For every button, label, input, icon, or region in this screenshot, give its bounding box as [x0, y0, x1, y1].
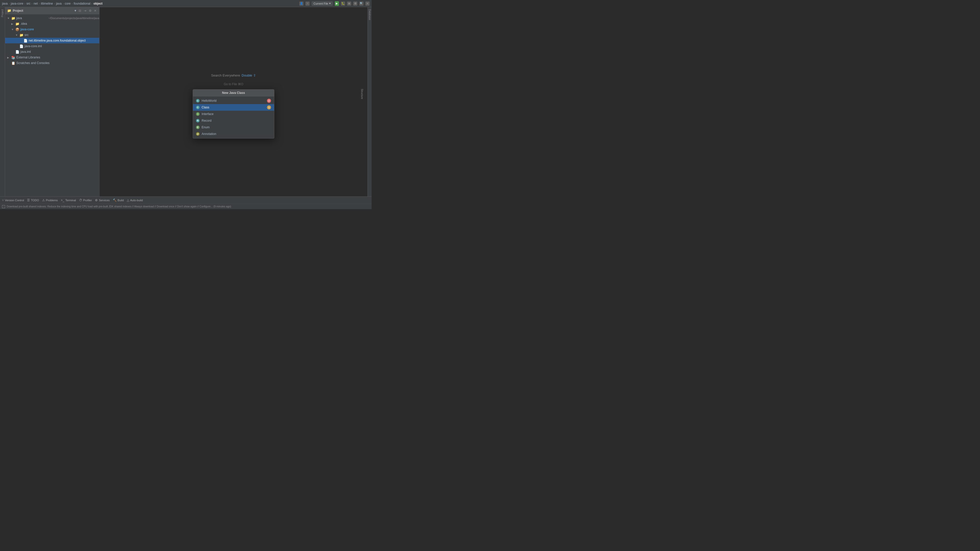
panel-dropdown-icon[interactable]: ▾ — [75, 9, 76, 13]
breadcrumb-java2[interactable]: java — [56, 2, 62, 5]
version-control-label: Version Control — [5, 199, 24, 202]
titlebar: java › java-core › src › net › ittimelin… — [0, 0, 372, 7]
dialog-item-enum[interactable]: E Enum — [193, 124, 274, 130]
expand-java-icon: ▼ — [7, 17, 10, 20]
breadcrumb-java-core[interactable]: java-core — [11, 2, 23, 5]
settings-icon[interactable]: ⚙ — [88, 9, 92, 13]
tree-item-scratches[interactable]: 📋 Scratches and Consoles — [5, 60, 99, 66]
scroll-to-source-btn[interactable]: ⇥ — [83, 9, 87, 13]
tree-label-src: src — [24, 33, 99, 37]
iml1-icon: 📄 — [19, 44, 24, 48]
folder-src-icon: 📁 — [19, 33, 24, 37]
search-btn[interactable]: 🔍 — [360, 2, 363, 6]
tree-label-java-core: java-core — [21, 27, 99, 31]
status-icon: i — [2, 205, 5, 208]
structure-panel-label[interactable]: Structure — [361, 89, 363, 99]
current-file-label: Current File — [313, 2, 328, 5]
expand-src-icon: ▼ — [15, 34, 18, 37]
project-panel-header: 📁 Project ▾ ⊟ ⇥ ⚙ ✕ — [5, 7, 99, 14]
breadcrumb-object[interactable]: object — [94, 2, 102, 5]
dialog-item-record[interactable]: R Record — [193, 118, 274, 124]
file-icon: 📄 — [24, 39, 27, 43]
tree-item-java-iml[interactable]: 📄 java.iml — [5, 49, 99, 55]
current-file-btn[interactable]: Current File ▾ — [312, 1, 333, 6]
services-tab[interactable]: ⚙ Services — [95, 198, 110, 202]
version-control-icon: ⑂ — [2, 198, 4, 202]
goto-file-hint: Go to File ⌘O — [224, 83, 243, 86]
close-panel-btn[interactable]: ✕ — [93, 9, 97, 13]
module-java-core-icon: 📦 — [15, 27, 19, 32]
search-everywhere-label: Search Everywhere — [211, 73, 240, 77]
todo-label: TODO — [31, 199, 39, 202]
tree-item-java[interactable]: ▼ 📁 java ~/Documents/projects/java/ittim… — [5, 15, 99, 21]
auto-build-tab[interactable]: △ Auto-build — [127, 198, 143, 202]
terminal-icon: >_ — [61, 198, 64, 202]
record-label: Record — [202, 119, 212, 122]
tree-item-net-file[interactable]: 📄 net.ittimeline.java.core.foundational.… — [5, 38, 99, 43]
chevron-icon: ▾ — [329, 2, 331, 5]
dialog-item-list: C HelloWorld 2 C Class 1 I Interface — [193, 97, 274, 138]
ext-libs-icon: 📚 — [11, 56, 15, 59]
project-panel: 📁 Project ▾ ⊟ ⇥ ⚙ ✕ ▼ 📁 java ~/Documents… — [5, 7, 100, 197]
build-label: Build — [118, 199, 124, 202]
tree-item-ext-libs[interactable]: ▶ 📚 External Libraries — [5, 55, 99, 60]
dialog-item-class[interactable]: C Class 1 — [193, 104, 274, 111]
tree-item-src[interactable]: ▼ 📁 src — [5, 32, 99, 38]
helloworld-label: HelloWorld — [202, 99, 216, 103]
version-control-tab[interactable]: ⑂ Version Control — [2, 198, 24, 202]
project-sidebar-tab[interactable]: Project — [1, 9, 4, 17]
breadcrumb-src[interactable]: src — [26, 2, 30, 5]
search-everywhere-hint: Search Everywhere Double ⇧ — [211, 73, 256, 77]
breadcrumb-java[interactable]: java — [2, 2, 8, 5]
coverage-btn[interactable]: ⊕ — [347, 2, 351, 6]
tree-item-java-core-iml[interactable]: 📄 java-core.iml — [5, 43, 99, 49]
folder-idea-icon: 📁 — [15, 22, 19, 26]
debug-btn[interactable]: 🐛 — [341, 2, 345, 6]
enum-label: Enum — [202, 125, 210, 129]
auto-build-icon: △ — [127, 198, 129, 202]
breadcrumb-foundational[interactable]: foundational — [74, 2, 90, 5]
scratches-icon: 📋 — [11, 61, 15, 65]
helloworld-badge: 2 — [267, 99, 271, 103]
vcs-btn[interactable]: ⑂ — [305, 2, 310, 6]
breadcrumb-core[interactable]: core — [65, 2, 70, 5]
right-sidebar-strip: Database — [368, 7, 372, 197]
tree-label-java: java — [16, 16, 47, 20]
project-panel-title: Project — [13, 9, 73, 13]
class-badge: 1 — [267, 105, 271, 110]
preferences-btn[interactable]: ≡ — [366, 2, 369, 6]
tree-item-idea[interactable]: ▶ 📁 .idea — [5, 21, 99, 27]
settings-btn[interactable]: ⚙ — [353, 2, 357, 6]
breadcrumb-ittimeline[interactable]: ittimeline — [41, 2, 53, 5]
terminal-tab[interactable]: >_ Terminal — [61, 198, 76, 202]
tree-item-java-core[interactable]: ▼ 📦 java-core — [5, 27, 99, 32]
profiler-tab[interactable]: ⏱ Profiler — [79, 198, 92, 202]
collapse-all-btn[interactable]: ⊟ — [78, 9, 82, 13]
dialog-item-annotation[interactable]: @ Annotation — [193, 130, 274, 137]
problems-icon: ⚠ — [42, 198, 45, 202]
main-layout: Project 📁 Project ▾ ⊟ ⇥ ⚙ ✕ ▼ 📁 java ~/D… — [0, 7, 372, 197]
todo-tab[interactable]: ☰ TODO — [27, 198, 39, 202]
breadcrumb-net[interactable]: net — [33, 2, 38, 5]
dialog-item-interface[interactable]: I Interface — [193, 111, 274, 118]
problems-tab[interactable]: ⚠ Problems — [42, 198, 58, 202]
auto-build-label: Auto-build — [130, 199, 143, 202]
status-message: Download pre-built shared indexes: Reduc… — [6, 205, 231, 208]
project-folder-icon: 📁 — [7, 9, 11, 13]
dialog-title: New Java Class — [193, 89, 274, 97]
tree-label-idea: .idea — [21, 22, 99, 25]
run-btn[interactable]: ▶ — [335, 1, 339, 6]
breadcrumb: java › java-core › src › net › ittimelin… — [2, 2, 103, 5]
tree-label-ext-libs: External Libraries — [16, 56, 99, 59]
project-tree: ▼ 📁 java ~/Documents/projects/java/ittim… — [5, 14, 99, 197]
build-tab[interactable]: 🔨 Build — [113, 198, 124, 202]
editor-area: Search Everywhere Double ⇧ Go to File ⌘O… — [100, 7, 368, 197]
tree-sub-java: ~/Documents/projects/java/ittimeline/jav… — [48, 17, 99, 20]
database-tab[interactable]: Database — [368, 9, 371, 20]
problems-label: Problems — [46, 199, 58, 202]
dialog-item-helloworld[interactable]: C HelloWorld 2 — [193, 97, 274, 104]
profile-btn[interactable]: 👤 — [299, 2, 304, 6]
annotation-label: Annotation — [202, 132, 216, 136]
profiler-label: Profiler — [83, 199, 92, 202]
profiler-icon: ⏱ — [79, 198, 82, 202]
